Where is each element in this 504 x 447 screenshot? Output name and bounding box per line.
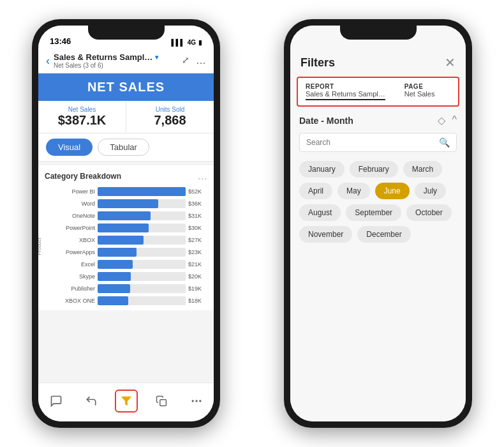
bar-track xyxy=(98,236,186,245)
filter-search-input[interactable] xyxy=(306,138,439,147)
filter-tab-report[interactable]: REPORT Sales & Returns Sampl… xyxy=(306,83,385,100)
kpi-row: Net Sales $387.1K Units Sold 7,868 xyxy=(38,101,214,133)
back-button[interactable]: ‹ xyxy=(46,54,50,68)
status-time: 13:46 xyxy=(50,36,71,46)
filter-tab-page-value: Net Sales xyxy=(404,90,435,98)
svg-marker-0 xyxy=(121,397,131,405)
bar-track xyxy=(98,272,186,281)
bar-track xyxy=(98,224,186,232)
bar-track xyxy=(98,211,186,220)
month-chip[interactable]: December xyxy=(357,226,410,243)
chart-section: Category Breakdown … Product Power BI$52… xyxy=(38,165,214,310)
bar-fill xyxy=(98,224,149,232)
expand-icon[interactable]: ⤢ xyxy=(182,55,189,66)
bar-label: XBOX xyxy=(54,237,95,243)
bar-row: PowerApps$23K xyxy=(54,248,207,257)
bar-row: Publisher$19K xyxy=(54,284,207,293)
bar-value: $30K xyxy=(188,225,207,231)
bar-fill xyxy=(98,211,151,220)
bar-row: XBOX ONE$18K xyxy=(54,296,207,305)
bar-value: $19K xyxy=(188,285,207,292)
bar-fill xyxy=(98,260,133,269)
date-title: Date - Month xyxy=(299,116,353,126)
svg-point-4 xyxy=(199,400,201,402)
signal-icon: ▌▌▌ xyxy=(171,39,184,46)
bar-fill xyxy=(98,187,186,196)
copy-icon[interactable] xyxy=(150,390,173,413)
bar-track xyxy=(98,199,186,208)
svg-point-2 xyxy=(191,400,193,402)
bar-label: Skype xyxy=(54,273,95,280)
tab-visual[interactable]: Visual xyxy=(46,139,93,156)
kpi-net-sales: Net Sales $387.1K xyxy=(38,101,126,133)
kpi-units-sold: Units Sold 7,868 xyxy=(126,101,214,133)
filter-tab-report-underline xyxy=(306,99,385,100)
bar-track xyxy=(98,296,186,305)
report-title: Sales & Returns Sampl… xyxy=(54,52,152,62)
app-header: ‹ Sales & Returns Sampl… ▾ Net Sales (3 … xyxy=(38,49,214,73)
diamond-icon[interactable]: ◇ xyxy=(438,114,445,126)
svg-rect-1 xyxy=(159,400,166,406)
month-chip[interactable]: June xyxy=(375,183,410,199)
bottom-nav xyxy=(38,383,214,421)
month-chip[interactable]: July xyxy=(415,183,446,199)
bar-fill xyxy=(98,248,137,257)
bar-row: PowerPoint$30K xyxy=(54,224,207,232)
month-chip[interactable]: August xyxy=(299,204,341,221)
filters-header: Filters ✕ xyxy=(290,49,466,77)
phone-1-screen: 13:46 ▌▌▌ 4G ▮ ‹ Sales & Returns Sampl… … xyxy=(38,26,214,421)
net-sales-banner: NET SALES xyxy=(38,73,214,101)
collapse-icon[interactable]: ^ xyxy=(452,114,457,126)
month-chip[interactable]: May xyxy=(337,183,370,199)
bar-track xyxy=(98,260,186,269)
month-chip[interactable]: March xyxy=(403,161,442,178)
phone2-notch xyxy=(340,26,417,40)
bar-label: OneNote xyxy=(54,213,95,219)
filters-close-button[interactable]: ✕ xyxy=(445,55,456,70)
bar-chart: Power BI$52KWord$36KOneNote$31KPowerPoin… xyxy=(54,187,207,305)
filter-search-bar[interactable]: 🔍 xyxy=(299,133,457,152)
chart-more-icon[interactable]: … xyxy=(197,170,207,182)
month-chip[interactable]: January xyxy=(299,161,345,178)
more-nav-icon[interactable] xyxy=(185,390,208,413)
month-chip[interactable]: September xyxy=(346,204,401,221)
month-chip[interactable]: November xyxy=(299,226,352,243)
chart-title: Category Breakdown xyxy=(45,172,121,181)
more-icon[interactable]: … xyxy=(196,55,206,66)
bar-track xyxy=(98,284,186,293)
phone-2-screen: Filters ✕ REPORT Sales & Returns Sampl… … xyxy=(290,26,466,421)
tab-tabular[interactable]: Tabular xyxy=(98,139,149,156)
comments-icon[interactable] xyxy=(45,390,68,413)
filter-tab-report-key: REPORT xyxy=(306,83,385,90)
report-subtitle: Net Sales (3 of 6) xyxy=(54,62,178,69)
filter-tabs-section: REPORT Sales & Returns Sampl… PAGE Net S… xyxy=(297,77,459,107)
bar-value: $20K xyxy=(188,273,207,280)
bar-label: XBOX ONE xyxy=(54,298,95,304)
bar-value: $18K xyxy=(188,298,207,304)
search-icon: 🔍 xyxy=(439,137,450,148)
chart-wrapper: Product Power BI$52KWord$36KOneNote$31KP… xyxy=(45,187,207,305)
bar-row: Excel$21K xyxy=(54,260,207,269)
date-header: Date - Month ◇ ^ xyxy=(299,114,457,126)
filter-tab-page[interactable]: PAGE Net Sales xyxy=(404,83,435,100)
filter-tab-page-key: PAGE xyxy=(404,83,435,90)
month-chip[interactable]: October xyxy=(406,204,452,221)
date-icons: ◇ ^ xyxy=(438,114,457,126)
chart-title-row: Category Breakdown … xyxy=(45,170,207,182)
bar-fill xyxy=(98,296,128,305)
filter-tab-report-value: Sales & Returns Sampl… xyxy=(306,90,385,98)
bar-label: Word xyxy=(54,201,95,207)
month-grid: JanuaryFebruaryMarchAprilMayJuneJulyAugu… xyxy=(299,161,457,243)
bar-fill xyxy=(98,199,158,208)
bar-label: PowerPoint xyxy=(54,225,95,231)
title-row: Sales & Returns Sampl… ▾ xyxy=(54,52,178,62)
back-nav-icon[interactable] xyxy=(80,390,103,413)
month-chip[interactable]: February xyxy=(350,161,398,178)
phone-1: 13:46 ▌▌▌ 4G ▮ ‹ Sales & Returns Sampl… … xyxy=(32,19,220,428)
tabs-row: Visual Tabular xyxy=(38,133,214,162)
bar-track xyxy=(98,187,186,196)
filter-icon[interactable] xyxy=(115,390,138,413)
bar-value: $52K xyxy=(188,188,207,195)
chevron-down-icon: ▾ xyxy=(155,54,158,61)
month-chip[interactable]: April xyxy=(299,183,332,199)
